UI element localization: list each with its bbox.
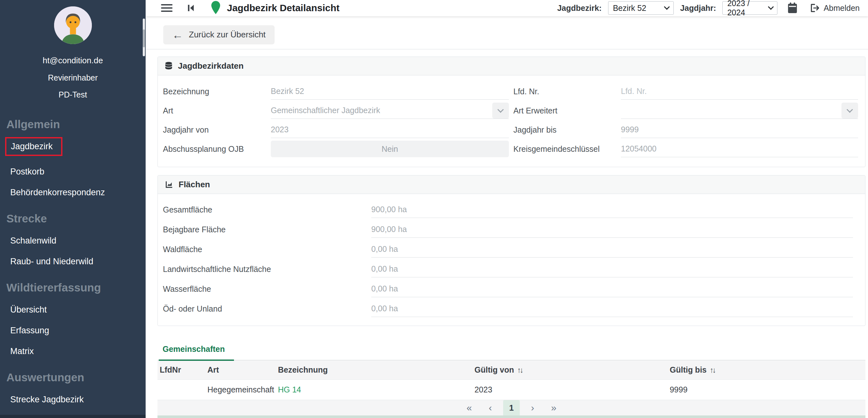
- back-arrow-icon: ←: [172, 29, 183, 40]
- bejagbare-flaeche-input[interactable]: [371, 225, 853, 234]
- avatar: [54, 6, 92, 44]
- sidebar-item-uebersicht[interactable]: Übersicht: [10, 305, 146, 315]
- area-label-gesamtflaeche: Gesamtfläche: [163, 205, 219, 214]
- chevron-down-icon: [664, 4, 670, 10]
- jagdjahr-bis-field[interactable]: [621, 121, 858, 138]
- pagination-prev-button[interactable]: ‹: [482, 400, 499, 415]
- areas-card-header: Flächen: [158, 175, 865, 194]
- sidebar-nav: Allgemein Jagdbezirk Postkorb Behördenko…: [0, 118, 146, 418]
- sidebar-item-postkorb[interactable]: Postkorb: [10, 167, 146, 177]
- art-erweitert-select[interactable]: [621, 102, 858, 119]
- person-icon: [54, 6, 92, 44]
- back-to-overview-button[interactable]: ← Zurück zur Übersicht: [163, 25, 275, 44]
- lfd-nr-field[interactable]: [621, 83, 858, 100]
- sidebar-item-jagdbezirk[interactable]: Jagdbezirk: [11, 142, 53, 151]
- column-header-gueltig-bis[interactable]: Gültig bis↑↓: [668, 360, 865, 380]
- calendar-icon[interactable]: [787, 2, 798, 14]
- waldflaeche-input[interactable]: [371, 244, 853, 254]
- art-erweitert-select-value[interactable]: [621, 106, 858, 115]
- sidebar-item-matrix[interactable]: Matrix: [10, 346, 146, 356]
- abschussplanung-ojb-toggle[interactable]: Nein: [271, 141, 509, 157]
- nav-section-strecke: Strecke: [6, 212, 146, 225]
- area-label-landwirtschaftliche-nutzflaeche: Landwirtschaftliche Nutzfläche: [163, 265, 278, 274]
- community-link[interactable]: HG 14: [278, 385, 301, 394]
- landwirtschaftliche-nutzflaeche-field[interactable]: [371, 261, 853, 277]
- logout-label: Abmelden: [824, 3, 860, 13]
- sort-icon[interactable]: ↑↓: [710, 365, 715, 374]
- topbar-controls: Jagdbezirk: Bezirk 52 Jagdjahr: 2023 / 2…: [557, 1, 860, 15]
- column-header-bezeichnung: Bezeichnung: [276, 360, 472, 380]
- jagdjahr-von-field[interactable]: [271, 121, 509, 138]
- field-label-abschussplanung-ojb: Abschussplanung OJB: [163, 144, 250, 154]
- sidebar-scrollbar[interactable]: [143, 19, 145, 56]
- district-form: Bezeichnung Lfd. Nr. Art Art Erweitert J…: [158, 75, 865, 167]
- gesamtflaeche-input[interactable]: [371, 205, 853, 214]
- field-label-jagdjahr-bis: Jagdjahr bis: [514, 125, 563, 135]
- main-area: Jagdbezirk Detailansicht Jagdbezirk: Bez…: [146, 0, 868, 418]
- wasserflaeche-input[interactable]: [371, 284, 853, 293]
- sidebar-item-behoerdenkorrespondenz[interactable]: Behördenkorrespondenz: [10, 187, 146, 198]
- profile-block: ht@condition.de Revierinhaber PD-Test: [0, 0, 146, 99]
- user-role: Revierinhaber: [0, 73, 146, 82]
- year-select[interactable]: 2023 / 2024: [722, 1, 777, 15]
- column-header-art: Art: [206, 360, 276, 380]
- pagination-page-1[interactable]: 1: [503, 400, 520, 415]
- nav-section-auswertungen: Auswertungen: [6, 371, 146, 384]
- district-select[interactable]: Bezirk 52: [608, 1, 674, 15]
- district-select-value: Bezirk 52: [613, 3, 646, 13]
- column-header-gueltig-von[interactable]: Gültig von↑↓: [472, 360, 668, 380]
- sidebar-item-raub-und-niederwild[interactable]: Raub- und Niederwild: [10, 256, 146, 267]
- logout-button[interactable]: Abmelden: [809, 3, 860, 13]
- jagdjahr-bis-input[interactable]: [621, 125, 858, 134]
- art-select[interactable]: [271, 102, 509, 119]
- district-card-title: Jagdbezirkdaten: [178, 61, 244, 71]
- bejagbare-flaeche-field[interactable]: [371, 221, 853, 238]
- sidebar-collapse-icon[interactable]: [186, 3, 195, 13]
- district-card-header: Jagdbezirkdaten: [158, 57, 865, 75]
- database-icon: [164, 61, 173, 71]
- jagdjahr-von-input[interactable]: [271, 125, 509, 134]
- page-title: Jagdbezirk Detailansicht: [227, 3, 340, 13]
- oed-oder-unland-input[interactable]: [371, 304, 853, 313]
- areas-card: Flächen Gesamtfläche Bejagbare Fläche Wa…: [157, 175, 865, 326]
- field-label-art: Art: [163, 106, 180, 115]
- toolbar: ← Zurück zur Übersicht: [146, 16, 868, 49]
- bezeichnung-input[interactable]: [271, 86, 509, 96]
- area-label-oed-oder-unland: Öd- oder Unland: [163, 304, 228, 314]
- pagination-last-button[interactable]: »: [546, 400, 562, 415]
- location-pin-icon: [210, 1, 221, 15]
- chevron-down-icon[interactable]: [492, 103, 509, 118]
- cell-gueltig-von: 2023: [472, 380, 668, 400]
- annotation-box-jagdbezirk: Jagdbezirk: [5, 137, 146, 156]
- areas-card-title: Flächen: [179, 180, 210, 189]
- nav-section-allgemein: Allgemein: [6, 118, 146, 131]
- pagination-next-button[interactable]: ›: [524, 400, 541, 415]
- user-tenant: PD-Test: [0, 90, 146, 99]
- gesamtflaeche-field[interactable]: [371, 201, 853, 218]
- waldflaeche-field[interactable]: [371, 241, 853, 257]
- column-header-lfdnr: LfdNr: [157, 360, 206, 380]
- sidebar-item-erfassung[interactable]: Erfassung: [10, 326, 146, 336]
- landwirtschaftliche-nutzflaeche-input[interactable]: [371, 264, 853, 274]
- kreisgemeindeschluessel-field[interactable]: [621, 141, 858, 157]
- bezeichnung-field[interactable]: [271, 83, 509, 100]
- chevron-down-icon[interactable]: [841, 103, 858, 118]
- sidebar-item-strecke-jagdbezirk[interactable]: Strecke Jagdbezirk: [10, 395, 146, 405]
- wasserflaeche-field[interactable]: [371, 281, 853, 297]
- communities-table: LfdNr Art Bezeichnung Gültig von↑↓ Gülti…: [157, 360, 865, 400]
- oed-oder-unland-field[interactable]: [371, 301, 853, 317]
- areas-form: Gesamtfläche Bejagbare Fläche Waldfläche…: [158, 194, 865, 326]
- lfd-nr-input[interactable]: [621, 86, 858, 96]
- art-select-value[interactable]: [271, 106, 509, 115]
- tab-gemeinschaften[interactable]: Gemeinschaften: [159, 345, 234, 361]
- cell-lfdnr: [157, 380, 206, 400]
- area-label-bejagbare-flaeche: Bejagbare Fläche: [163, 225, 232, 234]
- pagination-first-button[interactable]: «: [461, 400, 477, 415]
- app-window: ht@condition.de Revierinhaber PD-Test Al…: [0, 0, 868, 418]
- sort-icon[interactable]: ↑↓: [517, 365, 522, 374]
- field-label-jagdjahr-von: Jagdjahr von: [163, 125, 215, 135]
- menu-icon[interactable]: [161, 2, 173, 14]
- cell-gueltig-bis: 9999: [668, 380, 865, 400]
- kreisgemeindeschluessel-input[interactable]: [621, 144, 858, 153]
- sidebar-item-schalenwild[interactable]: Schalenwild: [10, 236, 146, 246]
